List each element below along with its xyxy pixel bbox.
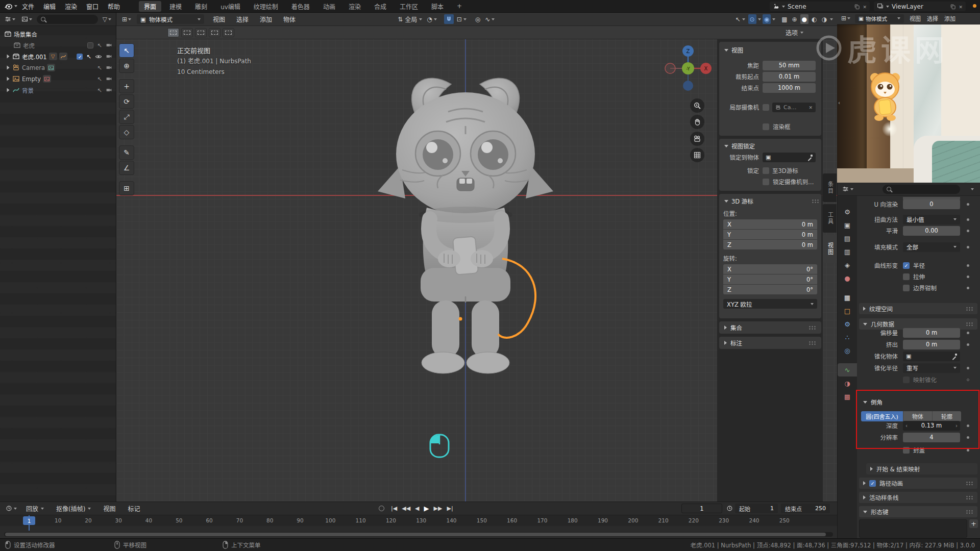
- render-visibility-icon[interactable]: [106, 64, 112, 71]
- add-shape-key-button[interactable]: +: [969, 519, 978, 528]
- workspace-tab[interactable]: 渲染: [344, 1, 366, 12]
- camera-view-button[interactable]: [690, 132, 704, 146]
- remove-viewlayer-icon[interactable]: [959, 3, 963, 10]
- section-title[interactable]: 视图: [731, 46, 743, 54]
- outliner-row-scene-collection[interactable]: 场景集合: [0, 29, 116, 39]
- new-scene-icon[interactable]: [854, 4, 860, 10]
- blender-logo-icon[interactable]: [4, 2, 17, 11]
- expand-icon[interactable]: [7, 55, 10, 59]
- render-u-field[interactable]: 0: [903, 199, 960, 209]
- hide-icon[interactable]: [95, 53, 102, 60]
- taper-object-field[interactable]: ▣: [903, 352, 960, 361]
- camera-preview[interactable]: ‹: [837, 24, 980, 183]
- selectable-icon[interactable]: ↖: [97, 76, 102, 83]
- collapse-icon[interactable]: [724, 49, 728, 52]
- collapse-icon[interactable]: [724, 200, 728, 203]
- play-button[interactable]: ▶: [422, 505, 431, 512]
- mode-selector[interactable]: ▣物体模式: [855, 14, 904, 23]
- topbar-menu-item[interactable]: 文件: [17, 2, 39, 11]
- collapse-icon[interactable]: [724, 145, 728, 147]
- shape-keys-section-header[interactable]: 形态键: [859, 506, 977, 517]
- bounds-clamp-checkbox[interactable]: [903, 285, 910, 291]
- shading-material-button[interactable]: ◐: [810, 14, 818, 24]
- prev-keyframe-button[interactable]: ◀◀: [400, 505, 412, 512]
- bevel-depth-field[interactable]: ‹0.13 m›: [903, 421, 960, 431]
- workspace-tab[interactable]: uv编辑: [215, 1, 246, 12]
- timeline-ruler[interactable]: 1 10203040506070809010011012013014015016…: [0, 515, 837, 526]
- tool-transform[interactable]: ◇: [119, 125, 134, 139]
- increment-icon[interactable]: ›: [955, 423, 958, 429]
- snap-toggle[interactable]: [444, 14, 454, 24]
- expand-icon[interactable]: [7, 88, 10, 92]
- collapse-arrow-icon[interactable]: ‹: [838, 100, 840, 106]
- drag-grip-icon[interactable]: [966, 307, 973, 311]
- n-panel-tab[interactable]: 工具: [823, 204, 837, 233]
- workspace-tab[interactable]: 工作区: [395, 1, 423, 12]
- tool-move[interactable]: +: [119, 79, 134, 93]
- drag-grip-icon[interactable]: [966, 322, 973, 327]
- viewport-menu-item[interactable]: 添加: [255, 15, 277, 23]
- workspace-tab[interactable]: 合成: [369, 1, 391, 12]
- outliner-row-collection-laohu001[interactable]: 老虎.001 ▽ ↖: [0, 51, 116, 62]
- render-region-checkbox[interactable]: [763, 123, 769, 130]
- expand-icon[interactable]: [7, 66, 10, 70]
- keying-menu[interactable]: 抠像(插帧): [52, 504, 95, 513]
- overlays-toggle[interactable]: ◉: [763, 14, 771, 24]
- transform-orientation-dropdown[interactable]: ⇅ 全局: [396, 14, 424, 24]
- workspace-tab[interactable]: 雕刻: [190, 1, 212, 12]
- cursor-rot-x[interactable]: X0°: [723, 264, 817, 274]
- unlink-scene-icon[interactable]: [863, 3, 867, 10]
- section-title[interactable]: 3D 游标: [731, 197, 753, 205]
- new-viewlayer-icon[interactable]: [950, 4, 956, 10]
- viewlayer-selector[interactable]: ViewLayer: [874, 2, 966, 11]
- tool-cursor[interactable]: ⊕: [119, 59, 134, 73]
- extrude-field[interactable]: 0 m: [903, 340, 960, 349]
- play-reverse-button[interactable]: ◀: [413, 505, 421, 512]
- twist-smooth-field[interactable]: 0.00: [903, 226, 960, 236]
- viewport-menu-item[interactable]: 视图: [208, 15, 230, 23]
- selectable-icon[interactable]: ↖: [97, 64, 102, 71]
- timeline-scrollbar-handle[interactable]: [5, 533, 826, 536]
- bevel-object-button[interactable]: 物体: [903, 411, 932, 421]
- editor-type-icon[interactable]: ⊞: [120, 14, 133, 24]
- select-mode-extend-button[interactable]: [181, 28, 193, 37]
- render-visibility-icon[interactable]: [106, 42, 112, 48]
- drag-grip-icon[interactable]: [966, 510, 973, 514]
- n-panel-tab[interactable]: 条目: [823, 173, 837, 202]
- rotation-mode-dropdown[interactable]: XYZ 欧拉: [723, 299, 817, 309]
- local-camera-field[interactable]: Ca…: [772, 103, 816, 112]
- focal-length-field[interactable]: 50 mm: [763, 61, 816, 70]
- outliner-row-background[interactable]: 背景 ↖: [0, 85, 116, 95]
- timeline-scrollbar[interactable]: [4, 532, 833, 537]
- render-visibility-icon[interactable]: [106, 76, 112, 82]
- pivot-point-dropdown[interactable]: ◔: [425, 14, 438, 24]
- proportional-falloff-dropdown[interactable]: ∿: [483, 14, 496, 24]
- overlays-dropdown[interactable]: [772, 18, 775, 20]
- fill-mode-dropdown[interactable]: 全部: [903, 242, 960, 252]
- tool-rotate[interactable]: ⟳: [119, 94, 134, 109]
- render-visibility-icon[interactable]: [106, 87, 112, 93]
- shading-wireframe-button[interactable]: ⊕: [790, 14, 798, 24]
- cursor-rot-z[interactable]: Z0°: [723, 285, 817, 294]
- view-menu[interactable]: 视图: [99, 504, 120, 513]
- expand-icon[interactable]: [724, 325, 727, 330]
- select-mode-new-button[interactable]: [167, 28, 179, 37]
- bevel-round-button[interactable]: 圆(四舍五入): [861, 411, 903, 421]
- show-object-types-dropdown[interactable]: ↖: [734, 14, 747, 24]
- workspace-tab[interactable]: 界面: [139, 1, 161, 12]
- start-end-mapping-section[interactable]: 开始 & 结束映射: [866, 463, 977, 474]
- radius-checkbox[interactable]: [903, 262, 910, 269]
- lock-camera-checkbox[interactable]: [763, 179, 769, 185]
- drag-grip-icon[interactable]: [966, 481, 973, 486]
- shading-solid-button[interactable]: ●: [800, 14, 808, 24]
- display-mode-icon[interactable]: [20, 14, 34, 24]
- clear-icon[interactable]: [808, 104, 813, 111]
- preview-menu-item[interactable]: 视图: [907, 14, 923, 22]
- active-spline-section[interactable]: 活动样条线: [859, 492, 977, 503]
- tool-scale[interactable]: ⤢: [119, 110, 134, 124]
- tool-measure[interactable]: ∠: [119, 161, 134, 175]
- filter-icon[interactable]: ▽: [101, 14, 113, 24]
- cursor-loc-x[interactable]: X0 m: [723, 219, 817, 229]
- scene-selector[interactable]: Scene: [770, 2, 870, 11]
- viewport-menu-item[interactable]: 选择: [232, 15, 253, 23]
